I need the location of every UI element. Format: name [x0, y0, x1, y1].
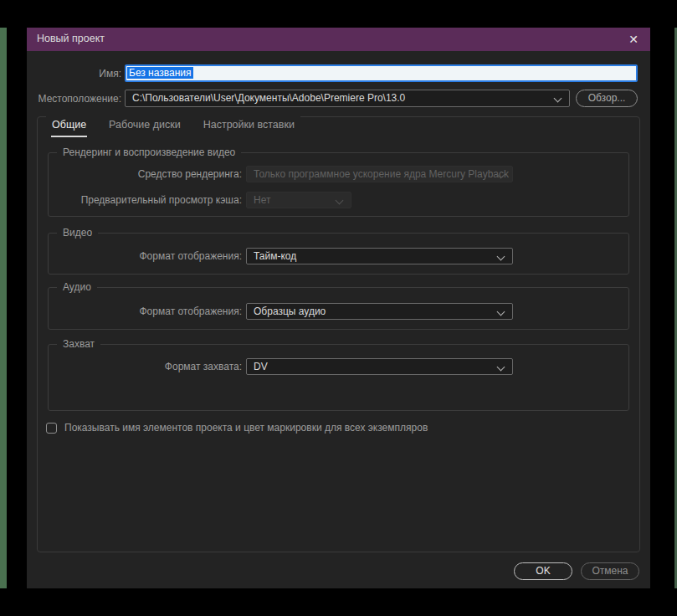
video-display-format-value: Тайм-код [254, 250, 296, 262]
name-label: Имя: [27, 68, 121, 80]
project-name-selected-text: Без названия [127, 67, 193, 79]
audio-display-format-value: Образцы аудио [254, 305, 326, 317]
tab-scratch-disks[interactable]: Рабочие диски [108, 115, 182, 137]
renderer-value: Только программное ускорение ядра Mercur… [254, 168, 509, 180]
group-rendering-legend: Рендеринг и воспроизведение видео [57, 146, 241, 158]
renderer-label: Средство рендеринга: [38, 168, 242, 180]
location-combobox[interactable]: C:\Пользователи\User\Документы\Adobe\Pre… [125, 90, 570, 107]
tab-general[interactable]: Общие [51, 115, 87, 137]
preview-cache-value: Нет [254, 194, 270, 206]
location-value: C:\Пользователи\User\Документы\Adobe\Pre… [132, 92, 405, 104]
video-display-format-dropdown[interactable]: Тайм-код [246, 248, 513, 264]
chevron-down-icon [336, 197, 344, 205]
screen-background: Новый проект ✕ Имя: Без названия Местопо… [0, 0, 677, 616]
show-item-name-checkbox[interactable] [46, 423, 57, 434]
chevron-down-icon [497, 253, 505, 261]
capture-format-dropdown[interactable]: DV [246, 358, 513, 375]
group-video-legend: Видео [57, 227, 98, 239]
new-project-dialog: Новый проект ✕ Имя: Без названия Местопо… [27, 28, 650, 588]
location-label: Местоположение: [27, 93, 121, 105]
dialog-titlebar: Новый проект ✕ [27, 28, 650, 51]
chevron-down-icon [497, 363, 505, 372]
tab-ingest-settings[interactable]: Настройки вставки [203, 115, 295, 137]
preview-cache-label: Предварительный просмотр кэша: [38, 194, 242, 206]
cancel-button[interactable]: Отмена [581, 562, 639, 580]
dialog-title: Новый проект [37, 33, 105, 44]
capture-format-value: DV [254, 361, 268, 372]
ok-button[interactable]: OK [514, 562, 572, 580]
tab-bar: Общие Рабочие диски Настройки вставки [46, 115, 300, 137]
background-strip-left [0, 28, 7, 588]
capture-format-label: Формат захвата: [38, 361, 242, 372]
audio-display-format-label: Формат отображения: [38, 305, 242, 317]
project-name-input[interactable]: Без названия [125, 64, 638, 82]
renderer-dropdown: Только программное ускорение ядра Mercur… [246, 166, 513, 182]
show-item-name-checkbox-row: Показывать имя элементов проекта и цвет … [46, 422, 428, 434]
chevron-down-icon [497, 308, 505, 316]
preview-cache-dropdown: Нет [246, 192, 351, 208]
chevron-down-icon [554, 95, 562, 103]
close-icon[interactable]: ✕ [625, 31, 642, 48]
show-item-name-checkbox-label: Показывать имя элементов проекта и цвет … [64, 422, 428, 434]
video-display-format-label: Формат отображения: [38, 250, 242, 262]
tab-panel: Общие Рабочие диски Настройки вставки Ре… [37, 116, 640, 552]
group-audio-legend: Аудио [57, 281, 97, 293]
audio-display-format-dropdown[interactable]: Образцы аудио [246, 303, 513, 320]
group-capture-legend: Захват [57, 338, 100, 350]
group-capture: Захват [48, 344, 629, 411]
browse-button[interactable]: Обзор... [576, 90, 638, 107]
